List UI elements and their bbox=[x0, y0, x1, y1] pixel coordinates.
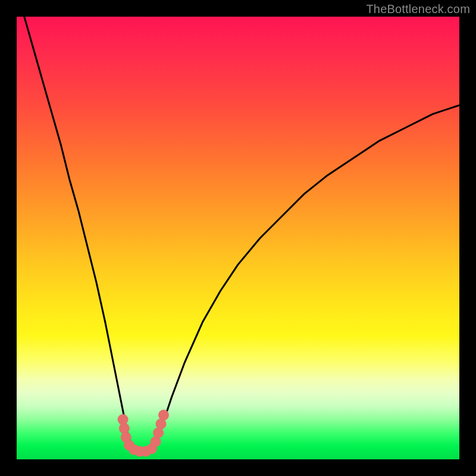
good-region-marker bbox=[158, 410, 169, 421]
watermark-text: TheBottleneck.com bbox=[366, 2, 470, 16]
good-region-marker bbox=[119, 423, 130, 434]
chart-area bbox=[17, 17, 459, 459]
good-region-markers bbox=[17, 17, 459, 459]
marker-group bbox=[118, 410, 169, 457]
